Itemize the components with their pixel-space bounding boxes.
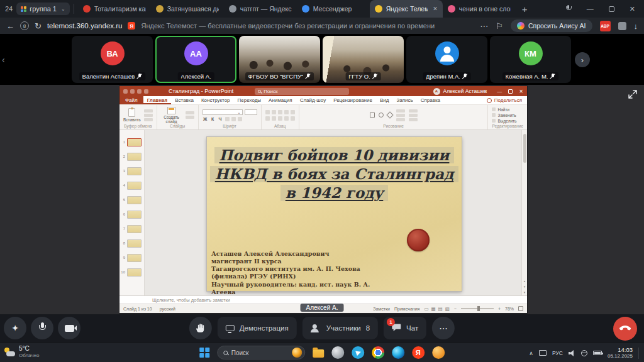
text-direction-button	[291, 116, 295, 121]
edge-icon[interactable]	[392, 346, 404, 359]
participant-tile-valentin[interactable]: ВА Валентин Асташев	[72, 36, 153, 83]
participant-tile-kozhevnaya[interactable]: КМ Кожевная А. М.	[490, 36, 571, 83]
participant-name: Дрепин М.А.	[426, 73, 460, 80]
account-name: Алексей Асташев	[443, 88, 487, 94]
language-indicator[interactable]: РУС	[552, 350, 563, 356]
clipboard-icon	[128, 108, 135, 117]
extension-badge-icon[interactable]: 8	[20, 21, 29, 30]
yandex-browser-icon[interactable]: Я	[412, 346, 425, 359]
next-participants-button[interactable]: ›	[575, 52, 590, 67]
clock[interactable]: 14:03 05.12.2025	[608, 347, 633, 359]
paste-button: Вставить	[123, 108, 141, 122]
telegram-icon[interactable]	[352, 346, 364, 359]
prev-participants-icon[interactable]: ‹	[2, 55, 5, 65]
more-options-button[interactable]: ⋯	[432, 317, 455, 339]
browser-tab-2[interactable]: Затянувшаяся дискус...	[151, 0, 224, 18]
new-tab-button[interactable]: +	[522, 4, 528, 14]
slide-thumb	[127, 153, 142, 161]
participant-tile-drepin[interactable]: Дрепин М.А.	[406, 36, 487, 83]
ppt-tab-help: Справка	[417, 96, 444, 104]
previous-slide-icon: ▾	[524, 285, 526, 288]
participant-tile-vgspu[interactable]: ФГБОУ ВО "ВГСПУ"	[239, 36, 320, 83]
file-explorer-icon[interactable]	[313, 349, 324, 358]
browser-tab-1[interactable]: Тоталитаризм как ист...	[78, 0, 151, 18]
slide-thumbnail-10: 10	[119, 268, 144, 277]
ppt-tab-home: Главная	[143, 96, 172, 104]
mic-muted-icon	[305, 73, 311, 80]
ask-alice-button[interactable]: Спросить Алису AI	[511, 19, 592, 32]
display-tray-icon[interactable]	[539, 350, 547, 356]
tab-title: чения в огне слова пе...	[459, 5, 511, 13]
browser-tab-6[interactable]: чения в огне слова пе...	[443, 0, 516, 18]
url-text[interactable]: telemost.360.yandex.ru	[47, 22, 123, 30]
adblock-abp-icon[interactable]: ABP	[600, 21, 611, 31]
screen-share-area[interactable]: Сталинград - PowerPoint Поиск А Алексей …	[0, 85, 644, 314]
microphone-button[interactable]	[31, 317, 53, 339]
participants-button[interactable]: Участники 8	[303, 317, 378, 339]
volume-icon[interactable]	[569, 350, 575, 356]
more-icon[interactable]: ⋯	[480, 21, 488, 31]
maximize-button[interactable]	[609, 6, 614, 12]
windows-taskbar: 5°C Облачно Поиск Я ∧ РУС 14:03 05.12.20…	[0, 343, 644, 362]
battery-icon[interactable]	[593, 351, 602, 355]
tab-title: Яндекс Телемос...	[386, 5, 428, 13]
network-icon[interactable]	[581, 350, 587, 356]
spacing-button	[284, 110, 289, 114]
slide-number: 9	[123, 256, 125, 260]
close-tab-icon[interactable]: ✕	[433, 6, 438, 12]
app-orange-icon[interactable]	[432, 346, 445, 359]
reload-icon[interactable]: ↻	[35, 21, 42, 31]
ppt-window-controls: — ✕	[497, 89, 523, 94]
ppt-share-label: Поделиться	[494, 97, 522, 103]
slide-number: 1	[123, 140, 125, 144]
browser-tab-4[interactable]: Мессенджер	[297, 0, 370, 18]
participant-tile-ggtu[interactable]: ГГТУ О.	[323, 36, 404, 83]
align-right-button	[272, 116, 276, 121]
avatar: ВА	[101, 41, 125, 65]
extensions-icon[interactable]	[618, 22, 626, 30]
back-icon[interactable]: ←	[6, 21, 14, 31]
raise-hand-button[interactable]	[189, 317, 212, 339]
ppt-tab-animations: Анимация	[265, 96, 296, 104]
slide-thumb	[127, 182, 142, 190]
start-button[interactable]	[199, 348, 209, 358]
browser-tab-active[interactable]: Яндекс Телемос... ✕	[370, 0, 443, 18]
slide-number: 5	[123, 198, 125, 202]
slide-thumb	[127, 254, 142, 262]
participant-tile-aleksey[interactable]: АА Алексей А.	[155, 36, 236, 83]
app-gray-icon[interactable]	[331, 346, 344, 359]
chrome-icon[interactable]	[372, 346, 384, 359]
slide-thumbnail-7: 7	[119, 224, 144, 233]
bookmark-icon[interactable]: ⚐	[496, 21, 503, 31]
ribbon-group-label: Абзац	[265, 124, 295, 129]
current-slide: Подвиг бойцов 10 дивизии НКВД в боях за …	[207, 137, 462, 291]
time: 14:03	[608, 347, 633, 353]
replace-icon	[492, 113, 496, 117]
browser-tab-3[interactable]: чатгпт — Яндекс: наш...	[224, 0, 297, 18]
show-desktop-button[interactable]	[638, 348, 640, 359]
call-controls-bar: ✦ Демонстрация Участники 8 1 Чат ⋯	[0, 314, 644, 343]
search-icon	[223, 351, 228, 355]
comments-toggle: Примечания	[394, 307, 419, 311]
close-button[interactable]: ✕	[630, 5, 635, 13]
end-call-button[interactable]	[613, 317, 637, 341]
slide-thumb	[127, 211, 142, 219]
camera-button[interactable]	[58, 317, 80, 339]
bold-button: Ж	[203, 117, 208, 121]
chat-button[interactable]: 1 Чат	[384, 317, 426, 339]
date: 05.12.2025	[608, 353, 633, 359]
presenter-name-badge: Алексей А.	[301, 304, 344, 312]
taskbar-search[interactable]: Поиск	[217, 346, 305, 359]
share-screen-button[interactable]: Демонстрация	[218, 317, 297, 339]
hidden-icons-chevron[interactable]: ∧	[529, 350, 533, 356]
ribbon-group-label: Рисование	[303, 124, 484, 129]
chat-label: Чат	[406, 324, 418, 332]
minimize-button[interactable]: —	[587, 5, 594, 13]
fullscreen-button[interactable]	[628, 89, 638, 102]
download-icon[interactable]: ↓	[634, 21, 638, 31]
site-favicon: Я	[128, 22, 135, 30]
weather-widget[interactable]: 5°C Облачно	[4, 345, 39, 359]
tab-group-button[interactable]: группа 1 ⌄	[16, 3, 69, 15]
ribbon-group-slides: Создать слайд Слайды	[157, 105, 199, 129]
effects-button[interactable]: ✦	[4, 317, 26, 339]
